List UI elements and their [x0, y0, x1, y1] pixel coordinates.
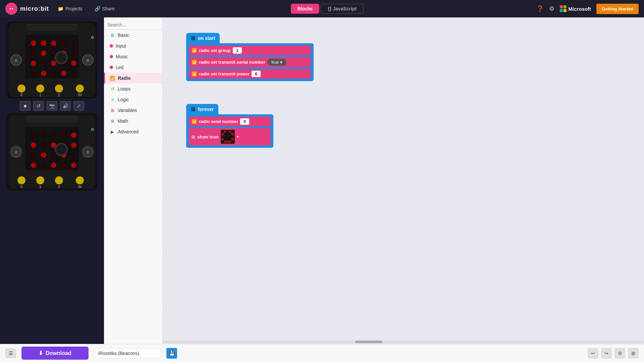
- sidebar-item-logic[interactable]: ✕ Logic: [104, 94, 162, 105]
- svg-text:0: 0: [20, 93, 22, 97]
- sidebar-item-advanced[interactable]: ▶ Advanced: [104, 126, 162, 137]
- audio-button[interactable]: 🔊: [60, 101, 71, 111]
- icon-preview[interactable]: [221, 130, 235, 144]
- svg-point-33: [17, 84, 25, 93]
- forever-grid-icon: ⊞: [191, 106, 195, 112]
- radio-set-transmit-serial-block[interactable]: 📶 radio set transmit serial number true …: [189, 57, 311, 67]
- restart-button[interactable]: ↺: [33, 101, 44, 111]
- svg-text:B: B: [91, 127, 94, 131]
- blocks-canvas[interactable]: ⊞ on start 📶 radio set group 1 📶 radio s…: [163, 17, 644, 344]
- stop-button[interactable]: ■: [20, 101, 31, 111]
- radio-icon: 📶: [110, 75, 115, 81]
- svg-point-48: [61, 132, 66, 138]
- on-start-body: 📶 radio set group 1 📶 radio set transmit…: [186, 43, 314, 81]
- svg-rect-4: [27, 24, 77, 30]
- download-button[interactable]: ⬇ Download: [21, 347, 89, 360]
- undo-button[interactable]: ↩: [588, 348, 598, 359]
- svg-point-36: [76, 84, 84, 93]
- settings-button[interactable]: ⚙: [549, 5, 554, 12]
- javascript-mode-button[interactable]: {} JavaScript: [321, 4, 364, 14]
- help-button[interactable]: ❓: [536, 5, 544, 12]
- signal-icon-4: 📶: [192, 119, 197, 124]
- save-project-button[interactable]: 💾: [166, 348, 177, 359]
- settings-ctrl-button[interactable]: ⚙: [614, 348, 625, 359]
- svg-text:0: 0: [20, 185, 22, 189]
- microsoft-logo: Microsoft: [560, 5, 591, 12]
- blocks-mode-button[interactable]: Blocks: [291, 4, 320, 14]
- sidebar-item-radio[interactable]: 📶 Radio: [104, 73, 162, 83]
- sidebar-toggle-button[interactable]: ☰: [5, 349, 16, 358]
- svg-text:2: 2: [58, 185, 60, 189]
- main-layout: A B 0 1 2 3V B ■ ↺: [0, 17, 644, 344]
- svg-text:2: 2: [58, 93, 60, 97]
- svg-point-20: [71, 61, 76, 66]
- sidebar-item-loops[interactable]: ↺ Loops: [104, 83, 162, 94]
- download-icon: ⬇: [39, 350, 43, 356]
- project-name-input[interactable]: [94, 348, 161, 358]
- svg-text:3V: 3V: [78, 185, 82, 189]
- signal-icon-1: 📶: [192, 48, 197, 53]
- sidebar-item-input[interactable]: Input: [104, 41, 162, 51]
- sidebar-item-led[interactable]: Led: [104, 62, 162, 73]
- fullscreen-sim-button[interactable]: ⤢: [73, 101, 84, 111]
- svg-point-64: [71, 163, 76, 168]
- serial-number-dropdown[interactable]: true ▾: [267, 59, 286, 66]
- horizontal-scrollbar[interactable]: [163, 341, 644, 343]
- svg-point-12: [41, 51, 46, 56]
- svg-point-73: [36, 176, 44, 184]
- svg-point-11: [31, 51, 36, 56]
- top-nav: micro:bit 📁 Projects 🔗 Share Blocks {} J…: [0, 0, 644, 17]
- svg-rect-2: [12, 8, 13, 9]
- power-value[interactable]: 6: [252, 71, 261, 77]
- radio-set-transmit-power-block[interactable]: 📶 radio set transmit power 6: [189, 69, 311, 79]
- svg-point-25: [71, 71, 76, 76]
- logic-icon: ✕: [110, 97, 115, 102]
- svg-point-15: [71, 51, 76, 56]
- radio-send-number-block[interactable]: 📶 radio send number 0: [189, 117, 271, 126]
- camera-button[interactable]: 📷: [47, 101, 57, 111]
- svg-point-59: [71, 153, 76, 158]
- svg-point-21: [31, 71, 36, 76]
- svg-point-22: [41, 71, 46, 76]
- svg-point-47: [51, 132, 56, 138]
- scrollbar-thumb[interactable]: [355, 341, 382, 343]
- sim-controls: ■ ↺ 📷 🔊 ⤢: [20, 101, 84, 111]
- bottom-bar: ☰ ⬇ Download 💾 ↩ ↪ ⚙ ⊠: [0, 344, 644, 362]
- svg-point-34: [36, 84, 44, 93]
- svg-point-57: [51, 153, 56, 158]
- signal-icon-3: 📶: [192, 71, 197, 76]
- basic-icon: ⊞: [110, 33, 115, 38]
- share-button[interactable]: 🔗 Share: [91, 5, 118, 13]
- share-icon: 🔗: [95, 6, 100, 11]
- radio-set-group-block[interactable]: 📶 radio set group 1: [189, 46, 311, 55]
- svg-point-6: [31, 41, 36, 46]
- svg-point-63: [61, 163, 66, 168]
- forever-header: ⊞ forever: [186, 104, 218, 114]
- logo-icon: [5, 3, 17, 15]
- sidebar-item-math[interactable]: ⊞ Math: [104, 116, 162, 126]
- svg-point-54: [71, 142, 76, 148]
- svg-text:A: A: [15, 58, 17, 62]
- svg-point-8: [51, 41, 56, 46]
- dropdown-chevron-icon: ▾: [280, 60, 282, 65]
- send-number-value[interactable]: 0: [240, 118, 249, 125]
- search-input[interactable]: [107, 22, 166, 27]
- show-icon-grid: ⊞: [192, 134, 195, 139]
- sidebar-item-basic[interactable]: ⊞ Basic: [104, 30, 162, 41]
- svg-point-16: [31, 61, 36, 66]
- icon-dropdown-arrow[interactable]: ▾: [237, 135, 239, 139]
- sidebar-item-music[interactable]: Music: [104, 51, 162, 62]
- folder-icon: 📁: [58, 6, 63, 11]
- getting-started-button[interactable]: Getting Started: [596, 4, 639, 14]
- search-bar: 🔍: [104, 20, 162, 30]
- simulator-panel: A B 0 1 2 3V B ■ ↺: [0, 17, 104, 344]
- sidebar-item-variables[interactable]: ⊞ Variables: [104, 105, 162, 116]
- show-icon-block[interactable]: ⊞ show icon ▾: [189, 128, 271, 145]
- fullscreen-button[interactable]: ⊠: [628, 348, 639, 359]
- projects-button[interactable]: 📁 Projects: [54, 5, 86, 13]
- svg-point-35: [55, 84, 63, 93]
- svg-point-49: [71, 132, 76, 138]
- svg-point-17: [41, 61, 46, 66]
- group-value[interactable]: 1: [233, 47, 242, 54]
- redo-button[interactable]: ↪: [601, 348, 612, 359]
